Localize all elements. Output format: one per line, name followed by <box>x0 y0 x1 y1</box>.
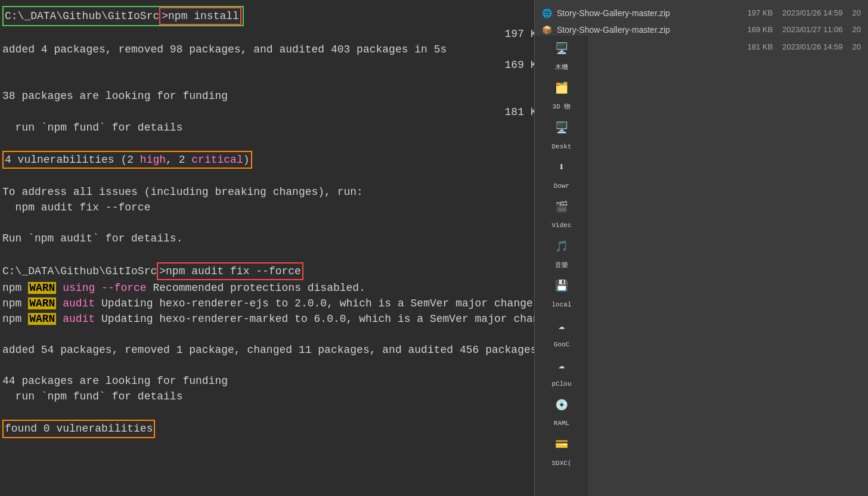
warn-audit2-label: audit <box>63 313 95 325</box>
file-name: Story-Show-Gallery-master.zip <box>557 23 670 36</box>
sidebar-label: 3D 物 <box>553 102 571 113</box>
file-meta: 197 KB 2023/01/26 14:59 20 <box>748 7 861 20</box>
warn-badge-2: WARN <box>28 297 56 309</box>
file-col: 20 <box>852 41 861 54</box>
sidebar-label: Videc <box>551 221 571 231</box>
audit-fix-cmd: >npm audit fix --force <box>159 265 301 277</box>
warn-badge-3: WARN <box>28 313 56 325</box>
command-box-red: >npm install <box>159 7 241 25</box>
sidebar-label: RAML <box>554 418 569 429</box>
list-item[interactable]: 🌐 Story-Show-Gallery-master.zip 197 KB 2… <box>535 5 868 21</box>
ram-icon: 💿 <box>555 397 568 414</box>
local-icon: 💾 <box>555 278 568 295</box>
file-meta: 181 KB 2023/01/26 14:59 20 <box>748 41 861 54</box>
sidebar-item-sdxc[interactable]: 💳 SDXC( <box>535 434 588 471</box>
sidebar-label: local <box>551 300 571 311</box>
3d-icon: 🗂️ <box>555 80 568 97</box>
sidebar-label: Deskt <box>551 142 571 153</box>
npm-install-cmd: >npm install <box>162 10 239 22</box>
sidebar-item-ram[interactable]: 💿 RAML <box>535 395 588 432</box>
file-date: 2023/01/26 14:59 <box>782 41 842 54</box>
file-col: 20 <box>852 24 861 36</box>
sidebar-item-music[interactable]: 🎵 音樂 <box>535 236 588 273</box>
download-icon: ⬇️ <box>559 159 565 176</box>
sidebar: 🖥️ 木機 🗂️ 3D 物 🖥️ Deskt ⬇️ Dowr 🎬 Videc 🎵… <box>535 36 588 496</box>
audit-prompt-path: C:\_DATA\Github\GitIoSrc <box>2 265 157 277</box>
sidebar-label: SDXC( <box>551 458 571 469</box>
sidebar-item-pcloud[interactable]: ☁️ pClou <box>535 355 588 392</box>
sidebar-label: GooC <box>554 340 569 351</box>
warn-audit1-label: audit <box>63 297 95 309</box>
file-size: 169 KB <box>748 24 773 36</box>
critical-text: critical <box>191 154 243 166</box>
audit-fix-cmd-box: >npm audit fix --force <box>157 262 303 280</box>
file-col: 20 <box>852 7 861 20</box>
file-date: 2023/01/26 14:59 <box>782 7 842 20</box>
sidebar-label: 音樂 <box>555 261 568 271</box>
vuln-box: 4 vulnerabilities (2 high, 2 critical) <box>2 151 252 169</box>
file-explorer-panel: 🌐 Story-Show-Gallery-master.zip 197 KB 2… <box>534 0 868 496</box>
sidebar-label: Dowr <box>554 181 569 192</box>
warn-badge-1: WARN <box>28 282 56 294</box>
file-icon-html: 🌐 <box>542 7 552 20</box>
file-name: Story-Show-Gallery-master.zip <box>557 7 670 20</box>
desktop-icon: 🖥️ <box>555 41 568 58</box>
desktop2-icon: 🖥️ <box>555 120 568 137</box>
sidebar-item-local[interactable]: 💾 local <box>535 275 588 312</box>
sidebar-item-desktop[interactable]: 🖥️ Deskt <box>535 117 588 154</box>
sidebar-label: pClou <box>551 379 571 390</box>
high-text: high <box>140 154 166 166</box>
good-icon: ☁️ <box>559 318 565 335</box>
sidebar-item-video[interactable]: 🎬 Videc <box>535 197 588 234</box>
prompt-box-green: C:\_DATA\Github\GitIoSrc>npm install <box>2 6 244 26</box>
sidebar-item-good[interactable]: ☁️ GooC <box>535 315 588 352</box>
sidebar-item-kimachine[interactable]: 🖥️ 木機 <box>535 38 588 75</box>
pcloud-icon: ☁️ <box>559 357 565 374</box>
found-0-box: found 0 vulnerabilities <box>2 420 155 438</box>
file-meta: 169 KB 2023/01/27 11:06 20 <box>748 24 861 36</box>
sidebar-item-3d[interactable]: 🗂️ 3D 物 <box>535 78 588 114</box>
sdxc-icon: 💳 <box>555 436 568 454</box>
file-size: 181 KB <box>748 41 773 54</box>
video-icon: 🎬 <box>555 199 568 216</box>
sidebar-label: 木機 <box>555 63 568 73</box>
file-icon-zip: 📦 <box>542 23 552 36</box>
file-date: 2023/01/27 11:06 <box>782 24 842 36</box>
warn-using-label: using --force <box>63 282 146 294</box>
prompt-path: C:\_DATA\Github\GitIoSrc <box>5 10 159 22</box>
file-size: 197 KB <box>748 7 773 20</box>
music-icon: 🎵 <box>555 238 568 256</box>
sidebar-item-downloads[interactable]: ⬇️ Dowr <box>535 157 588 194</box>
